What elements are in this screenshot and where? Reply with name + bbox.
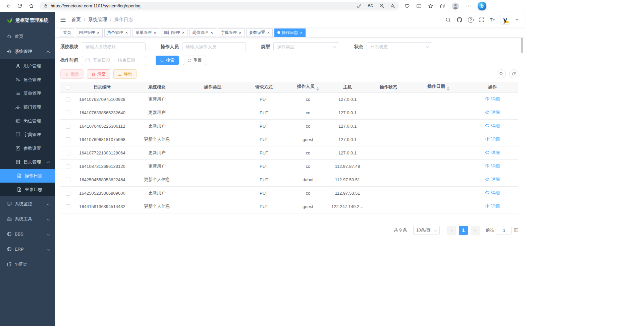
detail-link[interactable]: 详细 xyxy=(485,190,500,196)
module-input[interactable] xyxy=(82,42,146,51)
sidebar-item-yi-framework[interactable]: Yi框架 xyxy=(0,257,55,272)
detail-link[interactable]: 详细 xyxy=(485,163,500,169)
table-column-header[interactable]: 操作 xyxy=(467,82,518,92)
address-bar[interactable]: https://ccnetcore.com:1101/system/log/op… xyxy=(40,2,399,10)
clear-button[interactable]: 清空 xyxy=(87,69,110,79)
sort-icon[interactable] xyxy=(316,87,319,91)
row-checkbox[interactable] xyxy=(66,151,70,155)
fullscreen-icon[interactable] xyxy=(479,17,484,22)
row-checkbox[interactable] xyxy=(66,164,70,169)
zoom-out-icon[interactable] xyxy=(379,3,384,8)
detail-link[interactable]: 详细 xyxy=(485,96,500,102)
sidebar-item-user-mgmt[interactable]: 用户管理 xyxy=(0,59,55,73)
back-button[interactable] xyxy=(3,1,14,11)
tab-dict-mgmt[interactable]: 字典管理 × xyxy=(218,28,245,37)
sidebar-item-erp[interactable]: ERP xyxy=(0,242,55,257)
tab-dept-mgmt[interactable]: 部门管理 × xyxy=(161,28,188,37)
search-icon[interactable] xyxy=(445,17,451,23)
tab-param-settings[interactable]: 参数设置 × xyxy=(246,28,273,37)
close-icon[interactable]: × xyxy=(300,30,303,35)
export-button[interactable]: 导出 xyxy=(113,69,137,79)
row-checkbox[interactable] xyxy=(66,178,70,182)
search-button[interactable]: 搜索 xyxy=(156,56,179,65)
status-select[interactable]: 日志状态 xyxy=(367,42,432,51)
split-screen-icon[interactable] xyxy=(416,3,422,9)
font-size-icon[interactable]: TT xyxy=(490,17,495,22)
sort-icon[interactable] xyxy=(447,87,449,91)
reload-button[interactable] xyxy=(14,1,25,11)
detail-link[interactable]: 详细 xyxy=(485,203,500,209)
detail-link[interactable]: 详细 xyxy=(485,110,500,116)
sidebar-item-system-tools[interactable]: 系统工具 xyxy=(0,211,55,226)
sidebar-item-home[interactable]: 首页 xyxy=(0,29,55,44)
profile-avatar[interactable] xyxy=(451,2,460,10)
sidebar-item-system-mgmt[interactable]: 系统管理 xyxy=(0,44,55,59)
bing-discover-icon[interactable]: b xyxy=(478,2,486,10)
sidebar-item-post-mgmt[interactable]: 岗位管理 xyxy=(0,114,55,128)
sidebar-item-menu-mgmt[interactable]: 菜单管理 xyxy=(0,86,55,100)
date-range-picker[interactable]: 开始日期 - 结束日期 xyxy=(82,56,146,65)
sidebar-item-oper-log[interactable]: 操作日志 xyxy=(0,169,55,183)
table-column-header[interactable]: 操作状态 xyxy=(367,82,410,92)
url-text[interactable]: https://ccnetcore.com:1101/system/log/op… xyxy=(51,3,357,8)
row-checkbox[interactable] xyxy=(66,124,70,129)
user-avatar[interactable]: y xyxy=(500,15,510,25)
table-column-header[interactable]: 日志编号 xyxy=(75,82,129,92)
table-column-header[interactable]: 操作人员 xyxy=(287,82,328,92)
tab-menu-mgmt[interactable]: 菜单管理 × xyxy=(132,28,159,37)
reset-button[interactable]: 重置 xyxy=(183,56,206,65)
browser-essentials-icon[interactable] xyxy=(405,3,410,9)
sidebar-item-bbs[interactable]: BBS xyxy=(0,226,55,242)
detail-link[interactable]: 详细 xyxy=(485,177,500,183)
row-checkbox[interactable] xyxy=(66,191,70,196)
sidebar-item-dict-mgmt[interactable]: 字典管理 xyxy=(0,128,55,141)
tab-role-mgmt[interactable]: 角色管理 × xyxy=(104,28,131,37)
tab-user-mgmt[interactable]: 用户管理 × xyxy=(76,28,103,37)
table-column-header[interactable]: 操作类型 xyxy=(185,82,240,92)
page-size-select[interactable]: 10条/页 xyxy=(413,226,440,235)
sidebar-item-system-monitor[interactable]: 系统监控 xyxy=(0,196,55,211)
favorites-icon[interactable] xyxy=(428,3,433,9)
operator-input[interactable] xyxy=(182,42,246,51)
toggle-search-button[interactable] xyxy=(497,69,506,78)
chevron-down-icon[interactable] xyxy=(516,19,519,21)
table-column-header[interactable]: 系统模块 xyxy=(129,82,185,92)
select-all-checkbox[interactable] xyxy=(66,85,70,90)
detail-link[interactable]: 详细 xyxy=(485,123,500,129)
sidebar-toggle[interactable] xyxy=(60,17,66,23)
table-column-header[interactable]: 主机 xyxy=(328,82,367,92)
table-column-header[interactable]: 操作日期 xyxy=(410,82,467,92)
passwords-key-icon[interactable] xyxy=(357,3,362,8)
close-icon[interactable]: × xyxy=(267,30,270,35)
prev-page-button[interactable]: ‹ xyxy=(447,226,456,235)
breadcrumb-item[interactable]: 首页 xyxy=(71,17,81,23)
collections-icon[interactable] xyxy=(440,3,445,9)
read-aloud-icon[interactable]: A xyxy=(368,3,374,9)
github-icon[interactable] xyxy=(457,17,463,23)
close-icon[interactable]: × xyxy=(154,30,156,35)
help-icon[interactable]: ? xyxy=(468,17,474,23)
close-icon[interactable]: × xyxy=(239,30,241,35)
breadcrumb-item[interactable]: 系统管理 xyxy=(88,17,107,23)
tab-home[interactable]: 首页 xyxy=(60,28,74,37)
type-select[interactable]: 操作类型 xyxy=(273,42,339,51)
goto-page-input[interactable] xyxy=(497,226,512,235)
sidebar-item-dept-mgmt[interactable]: 部门管理 xyxy=(0,100,55,114)
browser-home-button[interactable] xyxy=(25,1,37,11)
close-icon[interactable]: × xyxy=(210,30,213,35)
close-icon[interactable]: × xyxy=(182,30,185,35)
table-column-header[interactable]: 请求方式 xyxy=(240,82,287,92)
row-checkbox[interactable] xyxy=(66,111,70,115)
sidebar-item-login-log[interactable]: 登录日志 xyxy=(0,183,55,196)
tab-oper-log[interactable]: 操作日志 × xyxy=(274,28,306,37)
page-number-button[interactable]: 1 xyxy=(459,226,468,235)
sidebar-item-log-mgmt[interactable]: 日志管理 xyxy=(0,155,55,169)
close-icon[interactable]: × xyxy=(125,30,128,35)
close-icon[interactable]: × xyxy=(97,30,100,35)
sidebar-item-role-mgmt[interactable]: 角色管理 xyxy=(0,73,55,86)
row-checkbox[interactable] xyxy=(66,137,70,142)
detail-link[interactable]: 详细 xyxy=(485,150,500,156)
row-checkbox[interactable] xyxy=(66,204,70,209)
tab-post-mgmt[interactable]: 岗位管理 × xyxy=(189,28,216,37)
sidebar-item-param-settings[interactable]: 参数设置 xyxy=(0,141,55,155)
